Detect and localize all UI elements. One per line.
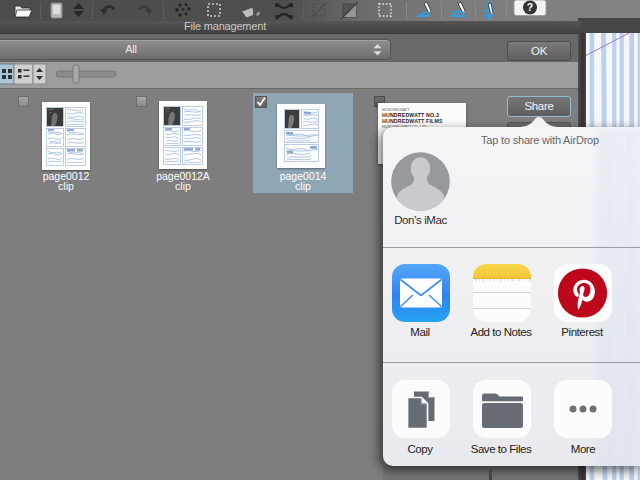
svg-text:?: ?: [527, 1, 533, 13]
